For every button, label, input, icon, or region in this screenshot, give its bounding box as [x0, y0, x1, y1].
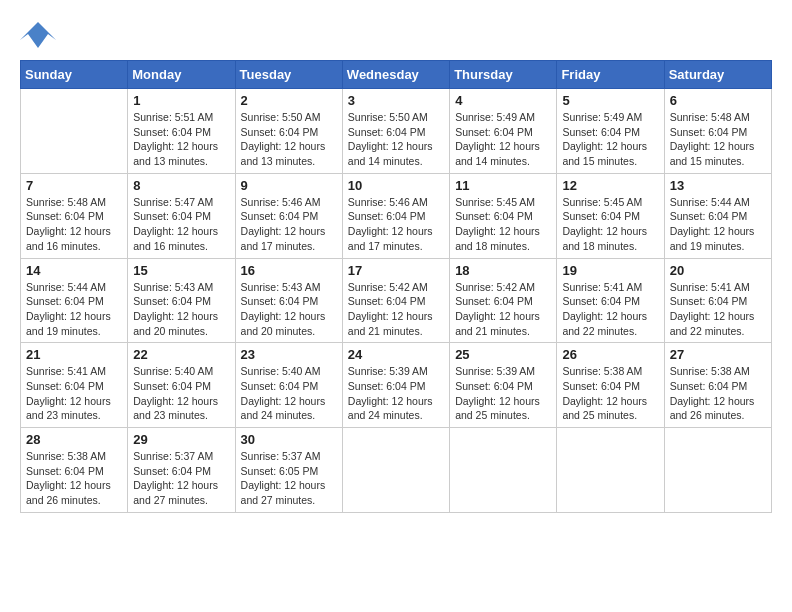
day-number: 9 [241, 178, 337, 193]
day-number: 28 [26, 432, 122, 447]
calendar-cell: 3Sunrise: 5:50 AMSunset: 6:04 PMDaylight… [342, 89, 449, 174]
calendar-table: SundayMondayTuesdayWednesdayThursdayFrid… [20, 60, 772, 513]
day-info: Sunrise: 5:41 AMSunset: 6:04 PMDaylight:… [562, 280, 658, 339]
day-info: Sunrise: 5:40 AMSunset: 6:04 PMDaylight:… [133, 364, 229, 423]
day-number: 13 [670, 178, 766, 193]
weekday-header: Wednesday [342, 61, 449, 89]
day-number: 8 [133, 178, 229, 193]
calendar-cell: 5Sunrise: 5:49 AMSunset: 6:04 PMDaylight… [557, 89, 664, 174]
calendar-cell: 16Sunrise: 5:43 AMSunset: 6:04 PMDayligh… [235, 258, 342, 343]
calendar-cell: 19Sunrise: 5:41 AMSunset: 6:04 PMDayligh… [557, 258, 664, 343]
weekday-header: Friday [557, 61, 664, 89]
calendar-cell: 30Sunrise: 5:37 AMSunset: 6:05 PMDayligh… [235, 428, 342, 513]
day-info: Sunrise: 5:42 AMSunset: 6:04 PMDaylight:… [455, 280, 551, 339]
day-number: 5 [562, 93, 658, 108]
day-number: 18 [455, 263, 551, 278]
day-info: Sunrise: 5:41 AMSunset: 6:04 PMDaylight:… [670, 280, 766, 339]
day-info: Sunrise: 5:44 AMSunset: 6:04 PMDaylight:… [26, 280, 122, 339]
day-number: 21 [26, 347, 122, 362]
calendar-cell [21, 89, 128, 174]
calendar-cell: 9Sunrise: 5:46 AMSunset: 6:04 PMDaylight… [235, 173, 342, 258]
calendar-cell: 14Sunrise: 5:44 AMSunset: 6:04 PMDayligh… [21, 258, 128, 343]
calendar-cell: 4Sunrise: 5:49 AMSunset: 6:04 PMDaylight… [450, 89, 557, 174]
day-info: Sunrise: 5:45 AMSunset: 6:04 PMDaylight:… [562, 195, 658, 254]
day-number: 4 [455, 93, 551, 108]
day-info: Sunrise: 5:48 AMSunset: 6:04 PMDaylight:… [670, 110, 766, 169]
day-number: 2 [241, 93, 337, 108]
day-number: 23 [241, 347, 337, 362]
calendar-cell: 23Sunrise: 5:40 AMSunset: 6:04 PMDayligh… [235, 343, 342, 428]
day-number: 30 [241, 432, 337, 447]
day-number: 19 [562, 263, 658, 278]
day-info: Sunrise: 5:48 AMSunset: 6:04 PMDaylight:… [26, 195, 122, 254]
calendar-week-row: 1Sunrise: 5:51 AMSunset: 6:04 PMDaylight… [21, 89, 772, 174]
day-info: Sunrise: 5:38 AMSunset: 6:04 PMDaylight:… [562, 364, 658, 423]
calendar-cell: 15Sunrise: 5:43 AMSunset: 6:04 PMDayligh… [128, 258, 235, 343]
calendar-cell: 20Sunrise: 5:41 AMSunset: 6:04 PMDayligh… [664, 258, 771, 343]
header [20, 20, 772, 50]
day-info: Sunrise: 5:50 AMSunset: 6:04 PMDaylight:… [241, 110, 337, 169]
day-info: Sunrise: 5:50 AMSunset: 6:04 PMDaylight:… [348, 110, 444, 169]
day-number: 20 [670, 263, 766, 278]
day-info: Sunrise: 5:46 AMSunset: 6:04 PMDaylight:… [348, 195, 444, 254]
day-number: 26 [562, 347, 658, 362]
day-number: 16 [241, 263, 337, 278]
day-number: 10 [348, 178, 444, 193]
calendar-body: 1Sunrise: 5:51 AMSunset: 6:04 PMDaylight… [21, 89, 772, 513]
day-number: 12 [562, 178, 658, 193]
calendar-cell: 7Sunrise: 5:48 AMSunset: 6:04 PMDaylight… [21, 173, 128, 258]
calendar-cell: 10Sunrise: 5:46 AMSunset: 6:04 PMDayligh… [342, 173, 449, 258]
svg-marker-0 [20, 22, 56, 48]
calendar-cell: 6Sunrise: 5:48 AMSunset: 6:04 PMDaylight… [664, 89, 771, 174]
calendar-cell: 11Sunrise: 5:45 AMSunset: 6:04 PMDayligh… [450, 173, 557, 258]
calendar-cell [342, 428, 449, 513]
day-number: 14 [26, 263, 122, 278]
day-number: 1 [133, 93, 229, 108]
weekday-header: Tuesday [235, 61, 342, 89]
day-number: 15 [133, 263, 229, 278]
calendar-cell: 21Sunrise: 5:41 AMSunset: 6:04 PMDayligh… [21, 343, 128, 428]
day-info: Sunrise: 5:39 AMSunset: 6:04 PMDaylight:… [455, 364, 551, 423]
day-info: Sunrise: 5:41 AMSunset: 6:04 PMDaylight:… [26, 364, 122, 423]
weekday-header: Monday [128, 61, 235, 89]
calendar-cell: 13Sunrise: 5:44 AMSunset: 6:04 PMDayligh… [664, 173, 771, 258]
day-info: Sunrise: 5:44 AMSunset: 6:04 PMDaylight:… [670, 195, 766, 254]
day-info: Sunrise: 5:37 AMSunset: 6:04 PMDaylight:… [133, 449, 229, 508]
day-number: 24 [348, 347, 444, 362]
calendar-cell: 12Sunrise: 5:45 AMSunset: 6:04 PMDayligh… [557, 173, 664, 258]
calendar-week-row: 21Sunrise: 5:41 AMSunset: 6:04 PMDayligh… [21, 343, 772, 428]
calendar-cell: 8Sunrise: 5:47 AMSunset: 6:04 PMDaylight… [128, 173, 235, 258]
weekday-header: Sunday [21, 61, 128, 89]
day-number: 7 [26, 178, 122, 193]
day-number: 25 [455, 347, 551, 362]
day-number: 17 [348, 263, 444, 278]
calendar-cell: 17Sunrise: 5:42 AMSunset: 6:04 PMDayligh… [342, 258, 449, 343]
day-info: Sunrise: 5:42 AMSunset: 6:04 PMDaylight:… [348, 280, 444, 339]
weekday-header: Saturday [664, 61, 771, 89]
calendar-week-row: 28Sunrise: 5:38 AMSunset: 6:04 PMDayligh… [21, 428, 772, 513]
logo-icon [20, 20, 56, 50]
day-info: Sunrise: 5:46 AMSunset: 6:04 PMDaylight:… [241, 195, 337, 254]
day-info: Sunrise: 5:45 AMSunset: 6:04 PMDaylight:… [455, 195, 551, 254]
calendar-cell [450, 428, 557, 513]
calendar-cell: 25Sunrise: 5:39 AMSunset: 6:04 PMDayligh… [450, 343, 557, 428]
day-info: Sunrise: 5:38 AMSunset: 6:04 PMDaylight:… [670, 364, 766, 423]
calendar-cell: 29Sunrise: 5:37 AMSunset: 6:04 PMDayligh… [128, 428, 235, 513]
day-number: 3 [348, 93, 444, 108]
day-number: 29 [133, 432, 229, 447]
calendar-cell: 2Sunrise: 5:50 AMSunset: 6:04 PMDaylight… [235, 89, 342, 174]
day-info: Sunrise: 5:47 AMSunset: 6:04 PMDaylight:… [133, 195, 229, 254]
day-info: Sunrise: 5:51 AMSunset: 6:04 PMDaylight:… [133, 110, 229, 169]
day-info: Sunrise: 5:37 AMSunset: 6:05 PMDaylight:… [241, 449, 337, 508]
calendar-cell [664, 428, 771, 513]
day-number: 11 [455, 178, 551, 193]
calendar-cell: 18Sunrise: 5:42 AMSunset: 6:04 PMDayligh… [450, 258, 557, 343]
calendar-header-row: SundayMondayTuesdayWednesdayThursdayFrid… [21, 61, 772, 89]
day-info: Sunrise: 5:38 AMSunset: 6:04 PMDaylight:… [26, 449, 122, 508]
calendar-cell: 24Sunrise: 5:39 AMSunset: 6:04 PMDayligh… [342, 343, 449, 428]
day-info: Sunrise: 5:39 AMSunset: 6:04 PMDaylight:… [348, 364, 444, 423]
day-info: Sunrise: 5:49 AMSunset: 6:04 PMDaylight:… [562, 110, 658, 169]
calendar-cell: 27Sunrise: 5:38 AMSunset: 6:04 PMDayligh… [664, 343, 771, 428]
calendar-cell: 22Sunrise: 5:40 AMSunset: 6:04 PMDayligh… [128, 343, 235, 428]
day-number: 22 [133, 347, 229, 362]
